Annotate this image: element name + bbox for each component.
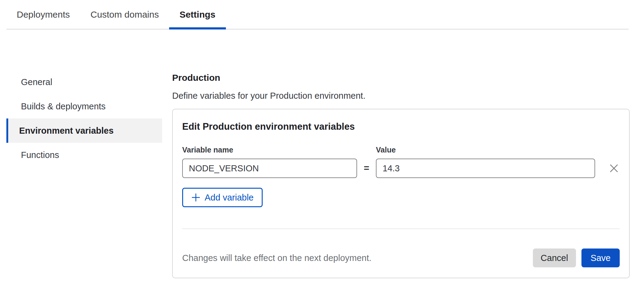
tab-settings[interactable]: Settings [169, 0, 226, 29]
equals-sign: = [357, 159, 376, 178]
sidebar-item-functions[interactable]: Functions [6, 143, 162, 167]
variable-name-field-group: Variable name [182, 146, 357, 178]
variable-name-input[interactable] [182, 159, 357, 178]
sidebar-item-environment-variables[interactable]: Environment variables [6, 118, 162, 143]
variable-name-label: Variable name [182, 146, 357, 154]
tab-bar: Deployments Custom domains Settings [6, 0, 629, 29]
card-title: Edit Production environment variables [182, 121, 620, 132]
card-divider [182, 228, 620, 229]
x-icon [609, 164, 618, 173]
settings-sidebar: General Builds & deployments Environment… [6, 70, 162, 278]
sidebar-item-general[interactable]: General [6, 70, 162, 94]
env-variables-card: Edit Production environment variables Va… [172, 109, 630, 278]
tab-custom-domains[interactable]: Custom domains [80, 0, 169, 29]
sidebar-item-builds-deployments[interactable]: Builds & deployments [6, 94, 162, 118]
variable-value-input[interactable] [376, 159, 595, 178]
cancel-button[interactable]: Cancel [533, 249, 576, 267]
variable-row: Variable name = Value [182, 146, 620, 178]
deployment-note: Changes will take effect on the next dep… [182, 253, 371, 263]
add-variable-label: Add variable [205, 193, 254, 203]
footer-actions: Cancel Save [533, 249, 620, 267]
page-title: Production [172, 72, 630, 83]
remove-variable-button[interactable] [609, 159, 619, 178]
main-panel: Production Define variables for your Pro… [172, 70, 630, 278]
add-variable-button[interactable]: Add variable [182, 188, 263, 207]
variable-value-label: Value [376, 146, 595, 154]
card-footer: Changes will take effect on the next dep… [182, 249, 620, 267]
tab-deployments[interactable]: Deployments [6, 0, 80, 29]
page-description: Define variables for your Production env… [172, 91, 630, 101]
save-button[interactable]: Save [581, 249, 620, 267]
variable-value-field-group: Value [376, 146, 595, 178]
plus-icon [191, 193, 200, 202]
content-area: General Builds & deployments Environment… [0, 29, 644, 278]
